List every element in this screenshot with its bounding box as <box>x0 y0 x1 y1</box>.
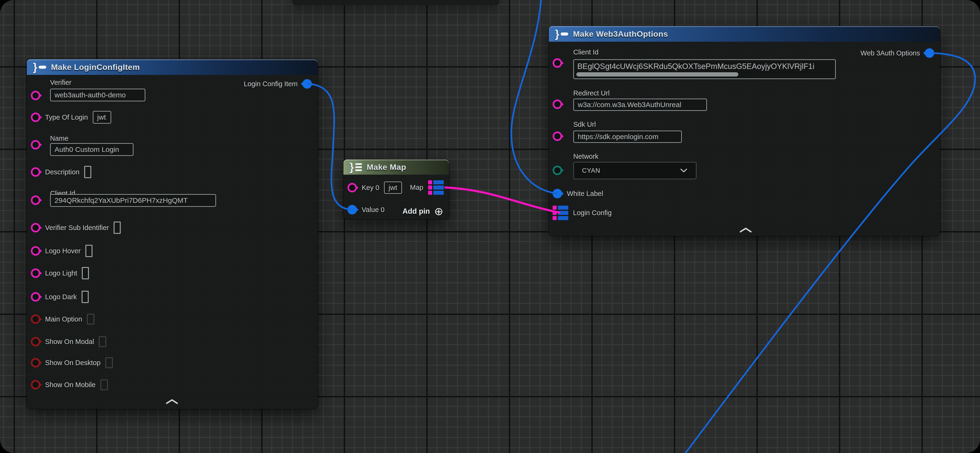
main-option-checkbox[interactable] <box>87 314 94 325</box>
make-struct-icon: } <box>33 62 46 73</box>
pin-label-logo-dark: Logo Dark <box>45 293 77 301</box>
redirect-url-input[interactable]: w3a://com.w3a.Web3AuthUnreal <box>573 98 707 111</box>
pin-main-option[interactable] <box>31 314 40 324</box>
row-main-option: Main Option <box>31 314 94 325</box>
client-id-scrollbar[interactable] <box>576 72 738 76</box>
pin-description[interactable] <box>31 167 40 177</box>
row-logo-dark: Logo Dark <box>31 291 89 303</box>
pin-login-config-item-output[interactable] <box>302 79 312 89</box>
verifier-sub-identifier-input[interactable] <box>114 222 121 234</box>
logo-light-input[interactable] <box>82 267 89 279</box>
node-make-web3authoptions[interactable]: } Make Web3AuthOptions Web 3Auth Options… <box>549 26 940 236</box>
pin-login-config[interactable] <box>553 206 568 220</box>
pin-label-white-label: White Label <box>567 190 603 198</box>
pin-verifier[interactable] <box>31 91 40 100</box>
node-make-loginconfigitem[interactable]: } Make LoginConfigItem Login Config Item… <box>27 59 318 409</box>
pin-label-show-on-mobile: Show On Mobile <box>45 381 95 389</box>
row-verifier-sub-identifier: Verifier Sub Identifier <box>31 222 121 234</box>
pin-label-value-0: Value 0 <box>362 206 385 214</box>
type-of-login-input[interactable]: jwt <box>93 111 111 124</box>
pin-value-0[interactable] <box>347 205 357 214</box>
pin-label-verifier: Verifier <box>50 79 72 87</box>
blueprint-graph-canvas[interactable]: } Make LoginConfigItem Login Config Item… <box>0 0 980 453</box>
pin-logo-hover[interactable] <box>31 246 40 256</box>
pin-label-key-0: Key 0 <box>362 184 379 192</box>
make-struct-icon: } <box>555 29 568 39</box>
node-title: Make Map <box>367 163 406 172</box>
pin-client-id[interactable] <box>31 195 40 205</box>
show-on-mobile-checkbox[interactable] <box>100 379 108 390</box>
output-row-map: Map <box>410 180 444 195</box>
pin-label-type-of-login: Type Of Login <box>45 114 88 121</box>
show-on-desktop-checkbox[interactable] <box>105 357 113 368</box>
pin-label-network: Network <box>573 152 598 160</box>
pin-redirect-url[interactable] <box>553 100 562 109</box>
chevron-down-icon <box>680 168 688 173</box>
pin-label-verifier-sub-identifier: Verifier Sub Identifier <box>45 224 109 232</box>
sdk-url-input[interactable]: https://sdk.openlogin.com <box>573 131 682 143</box>
row-value-0: Value 0 <box>347 205 385 214</box>
make-map-icon: } <box>350 162 362 173</box>
pin-type-of-login[interactable] <box>31 112 40 122</box>
add-pin-label: Add pin <box>402 207 430 215</box>
row-show-on-desktop: Show On Desktop <box>31 357 113 368</box>
pin-show-on-mobile[interactable] <box>31 380 40 390</box>
pin-label-logo-hover: Logo Hover <box>45 247 81 255</box>
pin-sdk-url[interactable] <box>553 131 562 141</box>
verifier-input[interactable]: web3auth-auth0-demo <box>50 89 145 101</box>
row-logo-light: Logo Light <box>31 267 89 279</box>
collapse-chevron-icon[interactable] <box>739 227 752 233</box>
logo-dark-input[interactable] <box>81 291 89 303</box>
pin-verifier-sub-identifier[interactable] <box>31 223 40 233</box>
node-make-map[interactable]: } Make Map jwt Key 0 jwt Map Value 0 <box>344 160 449 219</box>
pin-label-name: Name <box>50 135 68 143</box>
pin-logo-light[interactable] <box>31 268 40 278</box>
add-pin-button[interactable]: Add pin ⊕ <box>402 206 443 217</box>
row-logo-hover: Logo Hover <box>31 245 92 257</box>
pin-label-map: Map <box>410 184 423 192</box>
client-id-value: BEglQSgt4cUWcj6SKRdu5QkOXTsePmMcusG5EAoy… <box>574 60 835 71</box>
row-show-on-mobile: Show On Mobile <box>31 379 108 390</box>
pin-label-logo-light: Logo Light <box>45 269 77 277</box>
node-header-make-web3authoptions[interactable]: } Make Web3AuthOptions <box>549 26 940 42</box>
output-row-web3auth-options: Web 3Auth Options <box>861 48 934 58</box>
offscreen-node-bottom-edge[interactable] <box>292 0 499 5</box>
node-header-make-map[interactable]: } Make Map <box>344 160 449 174</box>
pin-label-show-on-desktop: Show On Desktop <box>45 359 100 367</box>
logo-hover-input[interactable] <box>85 245 92 257</box>
pin-label-client-id: Client Id <box>573 48 598 56</box>
collapse-chevron-icon[interactable] <box>165 399 178 405</box>
key-0-input[interactable]: jwt <box>384 182 402 194</box>
pin-label-login-config: Login Config <box>573 209 612 217</box>
client-id-input[interactable]: BEglQSgt4cUWcj6SKRdu5QkOXTsePmMcusG5EAoy… <box>573 59 836 79</box>
pin-name[interactable] <box>31 140 40 149</box>
pin-web3auth-options-output[interactable] <box>925 48 934 58</box>
pin-network[interactable] <box>553 166 562 175</box>
output-row-login-config-item: Login Config Item <box>244 79 312 89</box>
pin-white-label[interactable] <box>553 189 562 198</box>
pin-label: Login Config Item <box>244 80 298 88</box>
pin-show-on-desktop[interactable] <box>31 358 40 367</box>
client-id-input[interactable]: 294QRkchfq2YaXUbPri7D6PH7xzHgQMT <box>50 194 216 207</box>
row-description: Description <box>31 166 91 178</box>
pin-label-main-option: Main Option <box>45 315 82 323</box>
node-title: Make Web3AuthOptions <box>573 29 668 39</box>
row-white-label: White Label <box>553 189 603 198</box>
add-pin-icon: ⊕ <box>434 206 443 217</box>
pin-label-redirect-url: Redirect Url <box>573 89 609 97</box>
pin-show-on-modal[interactable] <box>31 337 40 346</box>
row-key-0: jwt Key 0 jwt <box>347 182 402 194</box>
show-on-modal-checkbox[interactable] <box>99 336 106 347</box>
node-title: Make LoginConfigItem <box>51 63 140 72</box>
node-header-make-loginconfigitem[interactable]: } Make LoginConfigItem <box>27 59 318 75</box>
pin-client-id[interactable] <box>553 58 562 68</box>
pin-logo-dark[interactable] <box>31 292 40 302</box>
pin-key-0[interactable] <box>347 183 357 192</box>
pin-map-output[interactable] <box>428 180 444 195</box>
name-input[interactable]: Auth0 Custom Login <box>50 143 134 156</box>
pin-label-sdk-url: Sdk Url <box>573 120 596 128</box>
description-input[interactable] <box>84 166 91 178</box>
network-dropdown[interactable]: CYAN <box>573 162 697 179</box>
wire-map-to-login-config[interactable] <box>444 187 560 213</box>
network-value: CYAN <box>582 167 600 174</box>
